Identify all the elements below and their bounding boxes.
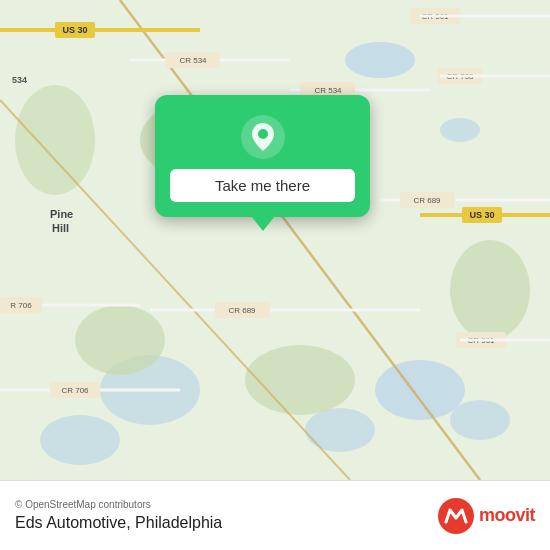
svg-point-10 [450, 240, 530, 340]
svg-point-3 [375, 360, 465, 420]
svg-point-6 [40, 415, 120, 465]
popup-card: Take me there [155, 95, 370, 217]
svg-text:Pine: Pine [50, 208, 73, 220]
moovit-logo: moovit [438, 498, 535, 534]
bottom-left: © OpenStreetMap contributors Eds Automot… [15, 499, 222, 532]
svg-point-9 [75, 305, 165, 375]
map-svg: US 30 US 30 CR 534 CR 534 CR 708 CR 689 … [0, 0, 550, 480]
map-container: US 30 US 30 CR 534 CR 534 CR 708 CR 689 … [0, 0, 550, 480]
location-pin-icon [241, 115, 285, 159]
location-name: Eds Automotive, Philadelphia [15, 514, 222, 532]
svg-text:CR 689: CR 689 [413, 196, 441, 205]
svg-text:Hill: Hill [52, 222, 69, 234]
svg-text:R 706: R 706 [10, 301, 32, 310]
moovit-text: moovit [479, 505, 535, 526]
svg-text:CR 534: CR 534 [179, 56, 207, 65]
take-me-there-button[interactable]: Take me there [170, 169, 355, 202]
svg-text:US 30: US 30 [62, 25, 87, 35]
svg-point-12 [15, 85, 95, 195]
bottom-bar: © OpenStreetMap contributors Eds Automot… [0, 480, 550, 550]
svg-point-11 [245, 345, 355, 415]
svg-text:CR 706: CR 706 [61, 386, 89, 395]
svg-point-1 [345, 42, 415, 78]
svg-point-2 [440, 118, 480, 142]
attribution-text: © OpenStreetMap contributors [15, 499, 222, 510]
svg-point-4 [450, 400, 510, 440]
svg-point-52 [258, 129, 268, 139]
svg-text:CR 534: CR 534 [314, 86, 342, 95]
svg-text:CR 689: CR 689 [228, 306, 256, 315]
moovit-logo-icon [438, 498, 474, 534]
svg-point-7 [305, 408, 375, 452]
svg-text:US 30: US 30 [469, 210, 494, 220]
svg-text:534: 534 [12, 75, 27, 85]
